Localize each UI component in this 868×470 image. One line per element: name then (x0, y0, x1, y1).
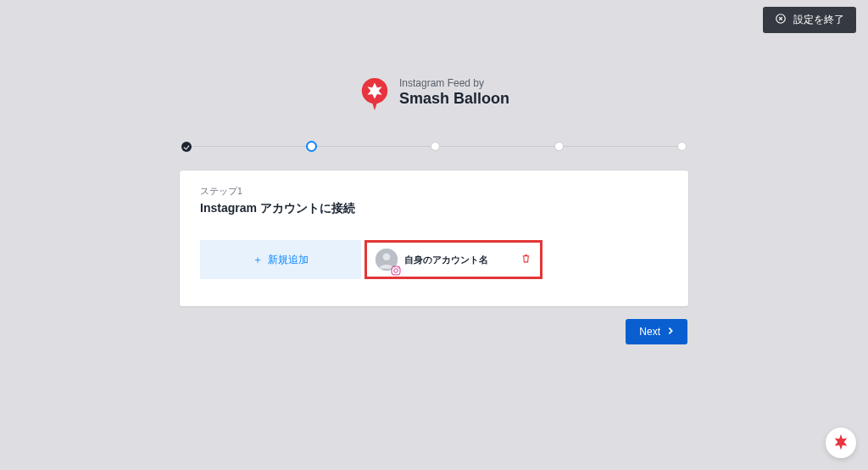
step-dot-5 (677, 142, 687, 151)
close-circle-icon (775, 13, 787, 27)
svg-point-3 (383, 253, 391, 260)
trash-icon (520, 253, 531, 266)
step-line (317, 146, 431, 148)
exit-settings-button[interactable]: 設定を終了 (763, 7, 856, 33)
chevron-right-icon (667, 326, 674, 338)
account-name: 自身のアカウント名 (404, 254, 514, 266)
step-label: ステップ1 (200, 186, 668, 198)
add-account-label: 新規追加 (268, 253, 309, 267)
svg-point-6 (398, 267, 398, 268)
exit-settings-label: 設定を終了 (793, 13, 844, 27)
step-card: ステップ1 Instagram アカウントに接続 ＋ 新規追加 (180, 171, 688, 306)
step-line (440, 146, 554, 148)
avatar-wrap (376, 249, 398, 271)
plus-icon: ＋ (253, 253, 263, 267)
step-line (192, 146, 306, 148)
brand-small-text: Instagram Feed by (399, 78, 509, 90)
step-line (564, 146, 678, 148)
accounts-row: ＋ 新規追加 (200, 240, 668, 279)
brand-text: Instagram Feed by Smash Balloon (399, 78, 509, 107)
star-burst-icon (832, 433, 850, 454)
brand-big-text: Smash Balloon (399, 90, 509, 108)
step-dot-1 (181, 142, 192, 152)
svg-point-5 (394, 269, 398, 273)
step-title: Instagram アカウントに接続 (200, 201, 668, 216)
svg-rect-4 (392, 266, 400, 275)
step-dot-2 (306, 141, 317, 152)
step-dot-4 (554, 142, 564, 151)
instagram-icon (391, 264, 401, 274)
next-label: Next (639, 326, 660, 338)
next-button[interactable]: Next (626, 319, 687, 344)
add-account-button[interactable]: ＋ 新規追加 (200, 240, 361, 279)
brand-logo: Instagram Feed by Smash Balloon (180, 76, 688, 109)
balloon-icon (359, 76, 391, 109)
step-dot-3 (431, 142, 440, 151)
help-fab[interactable] (826, 428, 856, 458)
wizard-container: Instagram Feed by Smash Balloon ステップ1 In… (180, 0, 688, 306)
account-item[interactable]: 自身のアカウント名 (364, 240, 542, 279)
stepper (180, 141, 688, 152)
delete-account-button[interactable] (520, 253, 531, 266)
